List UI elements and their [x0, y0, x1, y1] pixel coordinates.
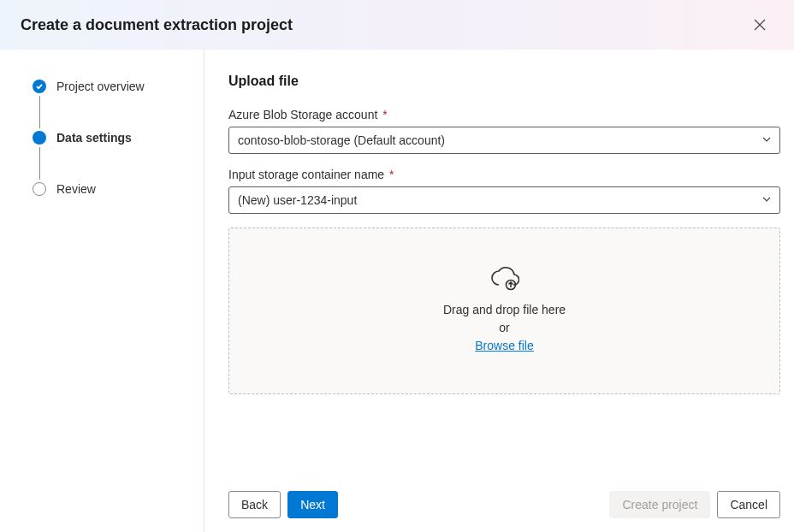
step-connector — [39, 96, 40, 128]
dialog-header: Create a document extraction project — [0, 0, 794, 50]
field-label: Azure Blob Storage account * — [228, 108, 780, 121]
close-button[interactable] — [746, 11, 773, 38]
step-label: Project overview — [56, 80, 145, 93]
storage-account-select[interactable]: contoso-blob-storage (Default account) — [228, 127, 780, 154]
file-dropzone[interactable]: Drag and drop file here or Browse file — [228, 228, 780, 394]
dropzone-line2: or — [443, 319, 566, 337]
back-button[interactable]: Back — [228, 491, 281, 518]
dialog-body: Project overview Data settings Review Up… — [0, 50, 794, 532]
step-label: Data settings — [56, 131, 132, 145]
close-icon — [754, 19, 766, 31]
field-container-name: Input storage container name * (New) use… — [228, 168, 780, 214]
content-panel: Upload file Azure Blob Storage account *… — [204, 50, 794, 532]
dropzone-text: Drag and drop file here or Browse file — [443, 301, 566, 355]
step-indicator-completed — [33, 80, 46, 93]
dialog-footer: Back Next Create project Cancel — [228, 491, 780, 518]
step-connector — [39, 147, 40, 180]
cloud-upload-icon — [490, 267, 519, 294]
cancel-button[interactable]: Cancel — [717, 491, 780, 518]
step-project-overview[interactable]: Project overview — [33, 77, 190, 96]
step-label: Review — [56, 182, 96, 196]
step-review[interactable]: Review — [33, 180, 190, 198]
dialog-title: Create a document extraction project — [21, 16, 293, 34]
field-label: Input storage container name * — [228, 168, 780, 181]
container-name-select[interactable]: (New) user-1234-input — [228, 186, 780, 214]
create-project-button: Create project — [609, 491, 710, 518]
step-indicator-upcoming — [33, 182, 46, 196]
step-data-settings[interactable]: Data settings — [33, 128, 190, 147]
section-title: Upload file — [228, 74, 780, 89]
label-text: Azure Blob Storage account — [228, 108, 377, 121]
checkmark-icon — [35, 82, 44, 91]
wizard-steps-sidebar: Project overview Data settings Review — [0, 50, 204, 532]
label-text: Input storage container name — [228, 168, 384, 181]
field-storage-account: Azure Blob Storage account * contoso-blo… — [228, 108, 780, 154]
step-indicator-current — [33, 131, 46, 145]
required-asterisk: * — [382, 108, 387, 121]
dropzone-line1: Drag and drop file here — [443, 301, 566, 319]
next-button[interactable]: Next — [287, 491, 338, 518]
required-asterisk: * — [389, 168, 394, 181]
browse-file-link[interactable]: Browse file — [475, 339, 533, 352]
